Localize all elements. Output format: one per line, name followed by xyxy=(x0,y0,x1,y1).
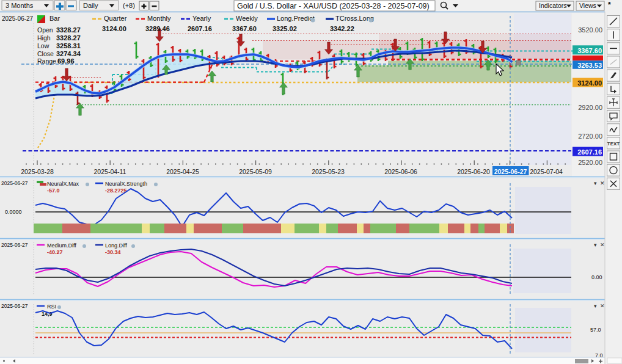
svg-text:▾: ▾ xyxy=(594,242,597,248)
svg-text:3520.00: 3520.00 xyxy=(578,26,602,34)
svg-text:2025-06-27: 2025-06-27 xyxy=(1,180,28,186)
svg-text:2025-06-27: 2025-06-27 xyxy=(1,303,28,309)
svg-text:3258.31: 3258.31 xyxy=(56,42,81,49)
svg-text:Bar: Bar xyxy=(49,15,60,22)
svg-text:-57.0: -57.0 xyxy=(47,187,60,194)
svg-text:✕: ✕ xyxy=(600,303,605,309)
svg-text:0.0000: 0.0000 xyxy=(5,209,22,215)
svg-text:3124.00: 3124.00 xyxy=(102,25,126,32)
svg-text:2025-06-20: 2025-06-20 xyxy=(457,168,490,175)
svg-text:2025-07-04: 2025-07-04 xyxy=(530,168,563,175)
svg-text:Quarter: Quarter xyxy=(104,15,127,22)
svg-text:2025-06-27: 2025-06-27 xyxy=(494,168,527,175)
svg-text:Long.Diff: Long.Diff xyxy=(105,242,127,249)
svg-text:▾: ▾ xyxy=(594,180,597,186)
svg-text:Monthly: Monthly xyxy=(147,15,171,22)
svg-text:Indicators: Indicators xyxy=(539,2,567,9)
svg-text:2025-06-06: 2025-06-06 xyxy=(384,168,417,175)
svg-text:✕: ✕ xyxy=(600,242,605,248)
svg-text:Daily: Daily xyxy=(83,2,98,9)
svg-text:NeuralX.Strength: NeuralX.Strength xyxy=(105,181,147,187)
svg-text:2607.16: 2607.16 xyxy=(188,25,212,32)
svg-text:-28.2725: -28.2725 xyxy=(105,187,127,194)
svg-text:TCross.Long: TCross.Long xyxy=(335,15,374,22)
svg-text:2025-06-27: 2025-06-27 xyxy=(1,242,28,248)
svg-text:2025-06-27: 2025-06-27 xyxy=(2,15,34,22)
svg-text:2025-04-11: 2025-04-11 xyxy=(94,168,126,175)
svg-text:2607.16: 2607.16 xyxy=(577,148,602,156)
svg-text:2920.00: 2920.00 xyxy=(578,104,602,111)
svg-text:3263.53: 3263.53 xyxy=(577,62,602,69)
svg-text:Weekly: Weekly xyxy=(236,15,258,22)
svg-text:(+8): (+8) xyxy=(123,2,135,9)
svg-text:3367.60: 3367.60 xyxy=(577,47,602,54)
svg-text:2520.00: 2520.00 xyxy=(578,159,602,166)
svg-text:3367.60: 3367.60 xyxy=(232,25,257,32)
svg-text:*: * xyxy=(608,1,611,9)
svg-text:RSI: RSI xyxy=(47,304,56,310)
svg-text:3328.27: 3328.27 xyxy=(56,26,81,34)
svg-text:3325.02: 3325.02 xyxy=(273,25,297,32)
svg-text:2720.00: 2720.00 xyxy=(578,133,602,140)
svg-text:Views: Views xyxy=(579,2,596,9)
svg-text:2025-03-28: 2025-03-28 xyxy=(21,168,54,175)
svg-text:Open: Open xyxy=(37,26,53,34)
svg-text:-40.27: -40.27 xyxy=(47,249,63,255)
svg-text:High: High xyxy=(37,34,51,42)
svg-text:Low: Low xyxy=(37,42,49,49)
svg-text:3328.27: 3328.27 xyxy=(56,34,81,42)
svg-text:Long.Predict: Long.Predict xyxy=(277,15,315,22)
svg-text:3274.34: 3274.34 xyxy=(56,50,81,57)
svg-text:Yearly: Yearly xyxy=(192,15,211,22)
svg-text:0.00: 0.00 xyxy=(591,274,602,280)
svg-text:▾: ▾ xyxy=(594,303,597,309)
svg-text:2025-05-09: 2025-05-09 xyxy=(239,168,272,175)
svg-text:3289.46: 3289.46 xyxy=(145,25,170,32)
svg-text:2025-05-23: 2025-05-23 xyxy=(312,168,345,175)
svg-text:Gold / U.S. Dollar - XAU/USD (: Gold / U.S. Dollar - XAU/USD (2025-03-28… xyxy=(237,2,430,10)
svg-text:3 Months: 3 Months xyxy=(5,2,34,9)
svg-text:3124.00: 3124.00 xyxy=(577,79,602,87)
svg-text:TEXT: TEXT xyxy=(607,141,620,147)
svg-text:✕: ✕ xyxy=(600,180,605,186)
svg-text:57.0: 57.0 xyxy=(590,327,601,333)
svg-text:69.96: 69.96 xyxy=(57,57,75,65)
svg-text:Medium.Diff: Medium.Diff xyxy=(47,242,76,249)
svg-text:Range: Range xyxy=(37,57,56,65)
svg-text:-30.34: -30.34 xyxy=(105,249,121,255)
svg-text:Close: Close xyxy=(37,50,54,57)
svg-text:2025-04-25: 2025-04-25 xyxy=(166,168,199,175)
svg-text:3342.22: 3342.22 xyxy=(330,25,354,32)
svg-text:NeuralX.Max: NeuralX.Max xyxy=(47,181,79,187)
